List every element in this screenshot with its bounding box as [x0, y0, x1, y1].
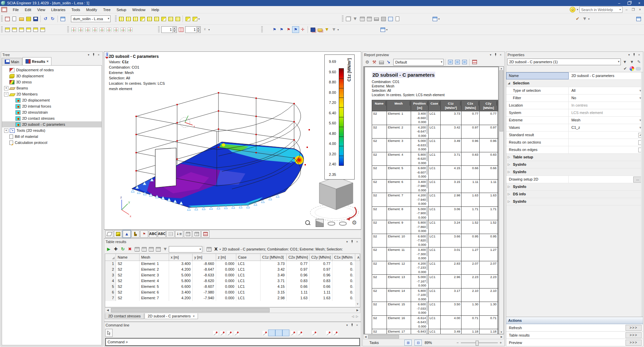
results-grid[interactable]: Name Mesh x [m] y [m] z [m] Case C1z [MN…	[105, 254, 360, 307]
snap-cursor-icon[interactable]	[254, 330, 261, 336]
tab-2d-subsoil[interactable]: 2D subsoil - C parameters×	[145, 313, 198, 319]
tree-item[interactable]: − 2D Members	[2, 91, 102, 97]
property-row[interactable]: Values C1_z ▾ ...	[506, 124, 643, 131]
zoom-tool-icon[interactable]	[304, 219, 312, 227]
redo-icon[interactable]: ↻	[49, 16, 56, 22]
structure-tool-icon-3[interactable]	[132, 16, 138, 22]
snap-tangent-icon[interactable]	[247, 330, 254, 336]
scroll-left-icon[interactable]: ◀	[364, 336, 367, 338]
menu-item[interactable]: View	[34, 7, 48, 13]
fit-page-button[interactable]: ⊞	[404, 340, 412, 346]
refresh-table-icon[interactable]: ↻	[120, 246, 126, 252]
scrollbar-thumb[interactable]	[368, 335, 399, 339]
property-row[interactable]: Table setup ▾ ...	[506, 154, 643, 161]
toolbar-grip[interactable]	[1, 26, 3, 33]
property-row[interactable]: Filter No ▾ ...	[506, 94, 643, 102]
select-all-corner-icon[interactable]	[112, 257, 115, 259]
table-composer-icon[interactable]	[184, 230, 192, 238]
table-type-icon-3[interactable]	[148, 246, 154, 252]
report-horizontal-scrollbar[interactable]: ◀ ▶	[363, 334, 504, 339]
report-print-icon[interactable]	[378, 59, 385, 65]
numbering-icon[interactable]: ↓≡	[175, 230, 183, 238]
activity-delete-icon[interactable]: ⚑	[285, 27, 292, 33]
window-tool-icon-4[interactable]	[25, 27, 32, 33]
table-type-icon-4[interactable]	[155, 246, 161, 252]
snap-table-icon[interactable]	[346, 330, 353, 336]
column-header[interactable]: Mesh	[139, 254, 169, 261]
view-axis-icon-2[interactable]	[77, 27, 84, 33]
property-row[interactable]: Type of selection All ▾ ...	[506, 87, 643, 94]
activity-list-icon[interactable]: ⚑	[292, 27, 299, 33]
action-row[interactable]: Table results >>>	[506, 332, 643, 339]
undo-icon[interactable]: ↺	[42, 16, 49, 22]
menu-item[interactable]: Setup	[114, 7, 129, 13]
save-all-icon[interactable]	[25, 16, 32, 22]
table-row[interactable]: 6S2Element: 6 3.400-7.9800.000 LC13.151.…	[105, 290, 360, 295]
table-doc-dropdown-icon[interactable]: ▾	[386, 28, 388, 31]
table-type-icon-2[interactable]	[141, 246, 147, 252]
property-value[interactable]: No	[569, 94, 638, 102]
scale-up-icon[interactable]	[178, 27, 184, 33]
property-value[interactable]: All	[569, 87, 638, 94]
rendering-icon[interactable]	[114, 230, 122, 238]
color-wheel-icon[interactable]	[630, 66, 634, 71]
structure-tool-icon-6[interactable]	[153, 16, 160, 22]
spin-up-icon[interactable]: ▲	[172, 27, 176, 30]
tab-close-icon[interactable]: ×	[193, 314, 195, 318]
properties-scrollbar[interactable]	[641, 72, 643, 317]
table-row[interactable]: 1S2Element: 1 3.400-8.6600.000 LC13.730.…	[105, 261, 360, 267]
structure-tool-icon-2[interactable]	[125, 16, 131, 22]
group-expand-icon[interactable]	[506, 154, 512, 161]
structure-tool-icon-9[interactable]	[174, 16, 181, 22]
report-page-area[interactable]: 2D subsoil - C parameters Combination: C…	[363, 66, 504, 334]
action-row[interactable]: Refresh >>>	[506, 324, 643, 332]
column-header[interactable]: y [m]	[193, 254, 216, 261]
panel-pin-icon[interactable]	[350, 240, 355, 244]
panel-menu-icon[interactable]: ▾	[345, 323, 350, 327]
help-window-icon[interactable]	[635, 16, 642, 22]
results-grid-header[interactable]: Name Mesh x [m] y [m] z [m] Case C1z [MN…	[105, 254, 360, 261]
table-row[interactable]: 3S2Element: 3 5.000-8.6330.000 LC13.490.…	[105, 272, 360, 278]
tab-2d-contact-stresses[interactable]: 2D contact stresses	[105, 313, 144, 319]
table-row[interactable]: 4S2Element: 4 5.800-8.6200.000 LC13.710.…	[105, 278, 360, 284]
tree-item[interactable]: Bill of material	[2, 133, 102, 140]
panel-menu-icon[interactable]: ▾	[86, 53, 91, 56]
delete-table-icon[interactable]: ✖	[127, 246, 133, 252]
snap-line-icon[interactable]	[219, 330, 226, 336]
abc-label-icon[interactable]: ABC	[149, 230, 157, 238]
scale-spinner-1[interactable]: 1 ▲▼	[161, 26, 177, 33]
column-header[interactable]: z [m]	[216, 254, 236, 261]
scrollbar-thumb[interactable]	[111, 308, 270, 312]
property-value[interactable]	[569, 176, 633, 183]
toolbar-grip[interactable]	[1, 15, 3, 22]
tree-item[interactable]: 2D stress/strain	[2, 109, 102, 115]
table-print-icon[interactable]	[366, 16, 372, 22]
property-value[interactable]	[569, 146, 638, 153]
snap-polygon-icon[interactable]	[332, 330, 338, 336]
child-close-button[interactable]: ×	[637, 8, 643, 11]
edit-pencil-icon[interactable]: ✎	[636, 60, 642, 64]
table-row[interactable]: 7S2Element: 7 4.200-7.9400.000 LC12.981.…	[105, 295, 360, 301]
menu-item[interactable]: Modify	[83, 7, 100, 13]
property-row[interactable]: System LCS mesh element ▾ ...	[506, 109, 643, 117]
property-row[interactable]: SysInfo ▾ ...	[506, 161, 643, 168]
property-value[interactable]	[569, 131, 638, 139]
window-tool-icon-3[interactable]	[18, 27, 25, 33]
centre-view-icon[interactable]: ✛	[299, 27, 306, 33]
cloud-clear-icon[interactable]	[636, 67, 641, 71]
tree-item[interactable]: 2D contact stresses	[2, 115, 102, 121]
zoom-in-icon[interactable]: +	[500, 341, 502, 345]
project-manager-icon[interactable]	[59, 16, 66, 22]
child-restore-button[interactable]: ❐	[631, 8, 636, 11]
scale-dropdown-icon[interactable]: ▾	[208, 28, 210, 31]
result-scale-icon[interactable]: ☓	[202, 27, 208, 33]
window-tool-icon-2[interactable]	[11, 27, 17, 33]
column-header[interactable]: C1z [MN/m3]	[260, 254, 287, 261]
excel-export-icon[interactable]: X	[213, 246, 219, 252]
snap-rotate-icon[interactable]	[325, 330, 331, 336]
layers-icon[interactable]	[345, 16, 351, 22]
view-axis-icon-8[interactable]	[120, 27, 126, 33]
activity-restore-icon[interactable]: ⚑	[278, 27, 285, 33]
scroll-left-icon[interactable]: ◀	[105, 309, 110, 312]
mdi-child-icon[interactable]	[1, 7, 7, 12]
